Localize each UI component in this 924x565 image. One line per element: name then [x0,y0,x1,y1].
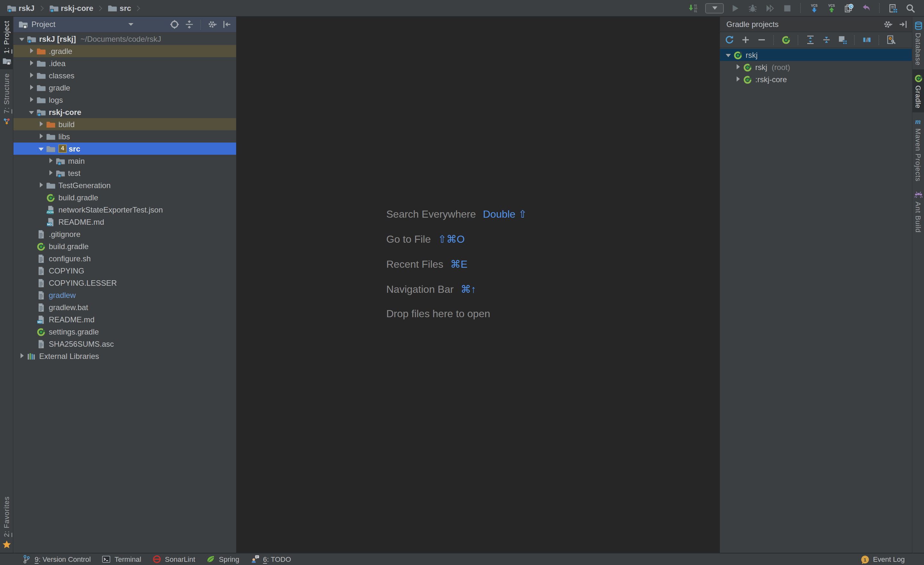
gradle-tree-row-rskj[interactable]: rskj [720,49,912,61]
project-structure-button[interactable] [887,2,899,14]
gradle-settings-button[interactable] [885,34,897,46]
panel-settings-button[interactable] [207,19,218,30]
project-tree-row-main[interactable]: main [14,155,236,167]
expand-all-button[interactable] [805,34,816,46]
breadcrumb-rskj[interactable]: rskJ [6,3,34,13]
tool-button-spring[interactable]: Spring [206,554,239,564]
project-tree-row-test[interactable]: test [14,167,236,179]
project-tree-row-testgeneration[interactable]: TestGeneration [14,179,236,191]
expand-arrow-icon[interactable] [28,81,36,94]
update-running-application[interactable]: 011001 [688,2,699,14]
text-file-icon [36,253,46,264]
run-configuration-select[interactable] [705,3,724,13]
tool-button-database[interactable]: Database [912,17,924,69]
tree-item-label: src [69,144,80,153]
tool-button-maven[interactable]: mMaven Projects [912,112,924,186]
rollback-button[interactable] [861,2,872,14]
expand-arrow-icon[interactable] [28,94,36,106]
project-tree-row-readme-md[interactable]: MDREADME.md [14,216,236,228]
expand-arrow-icon[interactable] [47,167,55,179]
project-tree-row-external-libraries[interactable]: External Libraries [14,350,236,362]
project-tree-row-copying[interactable]: COPYING [14,264,236,277]
collapse-all-button[interactable] [821,34,832,46]
toggle-offline-mode-button[interactable] [861,34,873,46]
project-tree-row-rskj-rskj[interactable]: rskJ [rskj]~/Documents/code/rskJ [14,33,236,45]
project-tree-row-configure-sh[interactable]: configure.sh [14,252,236,264]
expand-arrow-icon[interactable] [28,57,36,69]
breadcrumb-rskj-core[interactable]: rskj-core [48,3,93,13]
project-tree-row-classes[interactable]: classes [14,69,236,81]
project-tree-row-networkstateexportertest-json[interactable]: JSONnetworkStateExporterTest.json [14,204,236,216]
project-tree-row-gitignore[interactable]: .gitignore [14,228,236,240]
maven-icon: m [914,116,923,126]
refresh-gradle-projects-button[interactable] [724,34,735,46]
expand-arrow-icon[interactable] [734,73,742,86]
expand-arrow-icon[interactable] [37,143,45,155]
stop-button[interactable] [782,2,793,14]
project-view-dropdown-caret[interactable] [129,23,134,26]
tool-button-todo[interactable]: 6: TODO [250,554,291,564]
expand-arrow-icon[interactable] [18,33,26,45]
recent-changes-button[interactable] [843,2,855,14]
project-tree-row-src[interactable]: 4src [14,143,236,155]
expand-arrow-icon[interactable] [37,118,45,130]
project-tree-row-readme-md[interactable]: MDREADME.md [14,313,236,326]
gradle-projects-tree: rskjrskj(root):rskj-core [720,48,912,86]
text-file-icon [36,278,46,288]
tree-item-label: README.md [58,217,104,226]
expand-arrow-icon[interactable] [28,106,36,118]
scroll-to-source-button[interactable] [170,19,180,30]
project-tree-row-gradlew-bat[interactable]: gradlew.bat [14,301,236,313]
tool-button-version-control[interactable]: 9: Version Control [22,554,91,564]
expand-arrow-icon[interactable] [734,61,742,73]
tool-button-favorites[interactable]: 2: Favorites [0,492,13,553]
project-tree-row-build-gradle[interactable]: build.gradle [14,240,236,252]
event-log-button[interactable]: 1Event Log [860,554,924,564]
tool-button-sonarlint[interactable]: SonarLint [152,554,195,564]
search-everywhere-button[interactable] [905,2,916,14]
gradle-tree-row-rskj[interactable]: rskj(root) [720,61,912,73]
project-tree-row-gradlew[interactable]: gradlew [14,289,236,301]
project-tree-row-gradle[interactable]: .gradle [14,45,236,57]
execute-gradle-task-button[interactable] [780,34,792,46]
expand-arrow-icon[interactable] [28,69,36,81]
breadcrumb-src[interactable]: src [108,3,131,13]
project-tree-row-rskj-core[interactable]: rskj-core [14,106,236,118]
tool-button-project[interactable]: 1: Project [0,17,13,70]
text-file-icon [36,266,46,276]
project-tree-row-settings-gradle[interactable]: settings.gradle [14,326,236,338]
group-modules-button[interactable] [837,34,848,46]
tool-button-ant[interactable]: Ant Build [912,186,924,237]
project-tree-row-build[interactable]: build [14,118,236,130]
project-tree-row-logs[interactable]: logs [14,94,236,106]
run-button[interactable] [730,2,741,14]
hide-panel-button[interactable] [898,19,908,29]
project-tree-row-build-gradle[interactable]: build.gradle [14,191,236,204]
project-tree-row-libs[interactable]: libs [14,130,236,143]
expand-arrow-icon[interactable] [724,49,733,61]
project-tree-row-sha256sums-asc[interactable]: SHA256SUMS.asc [14,338,236,350]
collapse-all-button[interactable] [184,19,194,30]
gradle-tree-row-rskj-core[interactable]: :rskj-core [720,73,912,86]
project-tree-row-copying-lesser[interactable]: COPYING.LESSER [14,277,236,289]
expand-arrow-icon[interactable] [37,130,45,143]
detach-gradle-project-button[interactable] [756,34,767,46]
project-tree-row-gradle[interactable]: gradle [14,81,236,94]
tool-button-structure[interactable]: 7: Structure [0,70,13,130]
commit-changes-button[interactable]: VCS [826,2,837,14]
project-tree-row-idea[interactable]: .idea [14,57,236,69]
expand-arrow-icon[interactable] [28,45,36,57]
tool-button-terminal[interactable]: Terminal [102,554,141,564]
attach-gradle-project-button[interactable] [740,34,752,46]
hide-panel-button[interactable] [222,19,232,30]
expand-arrow-icon[interactable] [47,155,55,167]
chevron-right-icon [97,6,102,11]
expand-arrow-icon[interactable] [18,350,26,362]
tool-button-gradle[interactable]: Gradle [912,69,924,112]
debug-button[interactable] [747,2,759,14]
gradle-settings-menu-button[interactable] [883,19,893,29]
run-with-coverage-button[interactable] [764,2,776,14]
update-project-button[interactable]: VCS [808,2,820,14]
arrow-spacer [28,264,36,277]
expand-arrow-icon[interactable] [37,179,45,191]
